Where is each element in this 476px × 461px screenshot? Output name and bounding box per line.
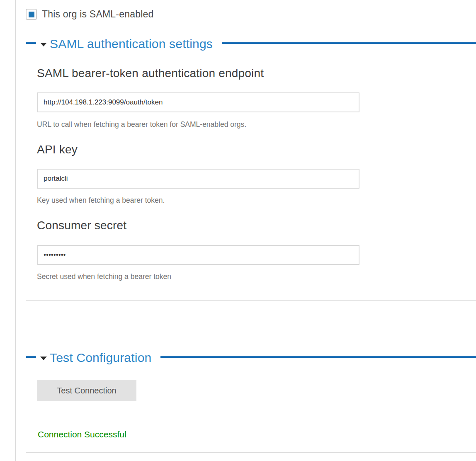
endpoint-input[interactable] [37,92,359,112]
test-connection-button[interactable]: Test Connection [37,380,136,401]
caret-down-icon [40,357,47,360]
checkbox-checked-icon [29,12,34,17]
saml-enabled-label: This org is SAML-enabled [42,9,153,20]
saml-settings-section-toggle[interactable]: SAML authentication settings [36,35,222,53]
connection-status-text: Connection Successful [38,429,126,440]
consumer-secret-help-text: Secret used when fetching a bearer token [37,272,171,281]
api-key-field-label: API key [37,141,78,158]
consumer-secret-field-label: Consumer secret [37,217,126,234]
api-key-help-text: Key used when fetching a bearer token. [37,196,165,205]
endpoint-field-label: SAML bearer-token authentication endpoin… [37,65,264,82]
consumer-secret-input[interactable] [37,245,359,265]
test-configuration-section: Test Configuration Test Connection Conne… [26,356,476,453]
saml-settings-section: SAML authentication settings SAML bearer… [26,42,476,301]
api-key-input[interactable] [37,169,359,189]
saml-enabled-checkbox[interactable] [26,9,37,20]
saml-settings-section-title: SAML authentication settings [50,37,213,51]
saml-enabled-row: This org is SAML-enabled [26,9,153,20]
endpoint-help-text: URL to call when fetching a bearer token… [37,120,246,129]
test-configuration-section-title: Test Configuration [50,351,151,365]
caret-down-icon [40,43,47,46]
page-left-border [15,0,16,461]
test-configuration-section-toggle[interactable]: Test Configuration [36,349,160,367]
